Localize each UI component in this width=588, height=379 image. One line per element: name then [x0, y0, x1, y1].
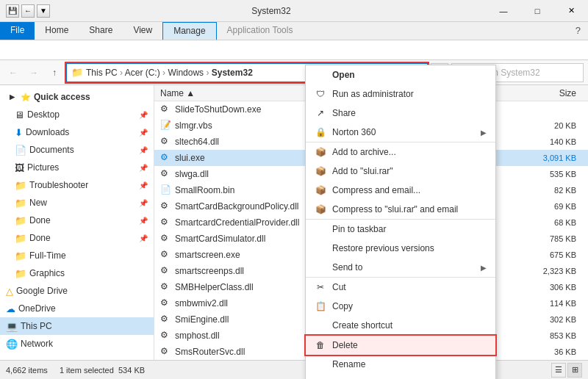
pin-icon: 📌 [139, 129, 148, 137]
ctx-add-archive[interactable]: 📦 Add to archive... [306, 142, 495, 162]
exe-icon: ⚙ [160, 152, 172, 164]
grid-view-button[interactable]: ⊞ [567, 363, 582, 378]
dll-icon: ⚙ [160, 168, 172, 180]
col-size[interactable]: Size [523, 88, 582, 98]
ribbon: File Home Share View Manage Application … [0, 22, 588, 60]
pin-icon: 📌 [139, 111, 148, 119]
sidebar-item-label: This PC [21, 321, 52, 331]
ctx-compress-rar-email[interactable]: 📦 Compress to "slui.rar" and email [306, 200, 495, 220]
sidebar-item-done[interactable]: 📁 Done 📌 [0, 212, 154, 229]
ctx-pin-taskbar[interactable]: Pin to taskbar [306, 220, 495, 239]
tab-view[interactable]: View [123, 22, 162, 40]
up-button[interactable]: ↑ [46, 64, 63, 82]
ctx-compress-email[interactable]: 📦 Compress and email... [306, 181, 495, 200]
sidebar-item-done2[interactable]: 📁 Done 📌 [0, 229, 154, 247]
sidebar-item-label: Downloads [26, 127, 69, 137]
details-view-button[interactable]: ☰ [551, 363, 566, 378]
sidebar-item-downloads[interactable]: ⬇ Downloads 📌 [0, 123, 154, 141]
file-size: 36 KB [523, 347, 582, 356]
status-bar: 4,662 items 1 item selected 534 KB ☰ ⊞ [0, 360, 588, 379]
tab-share[interactable]: Share [79, 22, 123, 40]
help-button[interactable]: ? [568, 22, 588, 40]
ctx-create-shortcut[interactable]: Create shortcut [306, 316, 495, 336]
ribbon-tabs: File Home Share View Manage Application … [0, 22, 588, 40]
back-button[interactable]: ← [4, 64, 22, 82]
save-button[interactable]: 💾 [6, 4, 19, 18]
ctx-file-insight[interactable]: File Insight [306, 374, 495, 379]
delete-icon: 🗑 [315, 339, 326, 351]
title-bar: 💾 ← ▼ System32 — □ ✕ [0, 0, 588, 22]
ctx-run-admin[interactable]: 🛡 Run as administrator [306, 84, 495, 104]
address-bar-row: ← → ↑ 📁 This PC › Acer (C:) › Windows › … [0, 60, 588, 85]
dll-icon: ⚙ [160, 281, 172, 293]
pin-icon: 📌 [139, 164, 148, 172]
sidebar-item-desktop[interactable]: 🖥 Desktop 📌 [0, 106, 154, 123]
archive-icon: 📦 [315, 146, 326, 158]
tab-application-tools[interactable]: Application Tools [217, 22, 304, 40]
sidebar-item-network[interactable]: 🌐 Network [0, 335, 154, 353]
norton-icon: 🔒 [315, 126, 326, 138]
file-size: 69 KB [523, 202, 582, 211]
ctx-rename[interactable]: Rename [306, 355, 495, 374]
sidebar-item-documents[interactable]: 📄 Documents 📌 [0, 141, 154, 159]
back-qs-button[interactable]: ← [21, 4, 35, 18]
forward-button[interactable]: → [25, 64, 43, 82]
chevron-down-icon: ▶ [6, 91, 18, 103]
file-size: 785 KB [523, 234, 582, 243]
ctx-open[interactable]: Open [306, 65, 495, 84]
minimize-button[interactable]: — [487, 0, 520, 22]
ctx-delete[interactable]: 🗑 Delete [306, 336, 495, 355]
ctx-norton360[interactable]: 🔒 Norton 360 ▶ [306, 123, 495, 142]
bc-system32[interactable]: System32 [212, 68, 253, 78]
bc-windows[interactable]: Windows [168, 68, 204, 78]
star-icon: ⭐ [21, 93, 31, 102]
ctx-share[interactable]: ↗ Share [306, 104, 495, 123]
sidebar-item-graphics[interactable]: 📁 Graphics [0, 264, 154, 282]
ribbon-content [0, 40, 588, 59]
sidebar-item-label: Documents [29, 145, 74, 155]
vbs-icon: 📝 [160, 120, 172, 131]
ctx-cut[interactable]: ✂ Cut [306, 278, 495, 297]
rename-icon [315, 358, 326, 370]
dll-icon: ⚙ [160, 265, 172, 277]
tab-home[interactable]: Home [35, 22, 79, 40]
pin-icon: 📌 [139, 181, 148, 190]
submenu-arrow-icon: ▶ [481, 129, 487, 137]
folder-icon: 📁 [15, 233, 26, 244]
open-icon [315, 69, 326, 81]
this-pc-icon: 💻 [6, 321, 18, 332]
folder-icon: 📁 [15, 198, 26, 209]
ctx-copy[interactable]: 📋 Copy [306, 297, 495, 316]
sidebar-item-quick-access[interactable]: ▶ ⭐ Quick access [0, 88, 154, 106]
down-qs-button[interactable]: ▼ [37, 4, 50, 18]
ctx-send-to[interactable]: Send to ▶ [306, 258, 495, 278]
maximize-button[interactable]: □ [520, 0, 554, 22]
sidebar-item-google-drive[interactable]: △ Google Drive [0, 282, 154, 300]
sidebar-item-label: Network [21, 339, 53, 349]
sidebar-item-troubleshooter[interactable]: 📁 Troubleshooter 📌 [0, 176, 154, 194]
breadcrumb-folder-icon: 📁 [71, 67, 83, 78]
sidebar-item-new[interactable]: 📁 New 📌 [0, 194, 154, 212]
ctx-add-rar[interactable]: 📦 Add to "slui.rar" [306, 162, 495, 181]
pin-icon: 📌 [139, 234, 148, 242]
tab-file[interactable]: File [0, 22, 35, 40]
close-button[interactable]: ✕ [554, 0, 588, 22]
sidebar-item-this-pc[interactable]: 💻 This PC [0, 317, 154, 335]
breadcrumb[interactable]: This PC › Acer (C:) › Windows › System32 [86, 68, 253, 78]
sidebar-item-full-time[interactable]: 📁 Full-Time [0, 247, 154, 264]
dll-icon: ⚙ [160, 330, 172, 342]
file-size: 114 KB [523, 299, 582, 308]
window-controls: — □ ✕ [487, 0, 588, 22]
bc-acer[interactable]: Acer (C:) [125, 68, 160, 78]
sidebar-item-pictures[interactable]: 🖼 Pictures 📌 [0, 159, 154, 176]
exe-icon: ⚙ [160, 104, 172, 115]
tab-manage[interactable]: Manage [162, 22, 216, 40]
bc-this-pc[interactable]: This PC [86, 68, 118, 78]
folder-icon: 📁 [15, 250, 26, 261]
ctx-restore-prev[interactable]: Restore previous versions [306, 239, 495, 258]
rar-icon: 📦 [315, 165, 326, 177]
file-size: 302 KB [523, 315, 582, 324]
sidebar-item-onedrive[interactable]: ☁ OneDrive [0, 300, 154, 317]
file-size: 20 KB [523, 121, 582, 130]
quick-save-buttons: 💾 ← ▼ [6, 4, 50, 18]
